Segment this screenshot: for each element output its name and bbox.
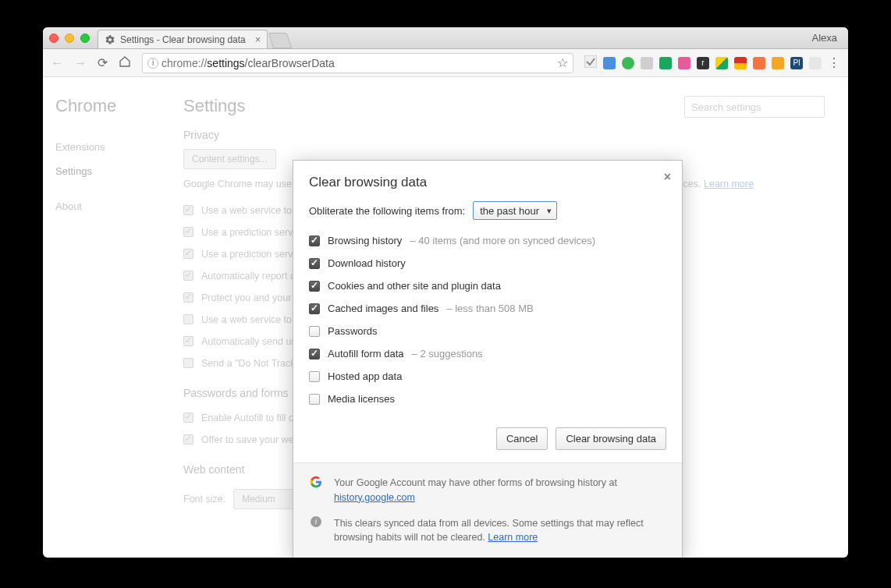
extension-icon[interactable]: [659, 57, 672, 69]
checkbox[interactable]: [309, 394, 320, 405]
tab-title: Settings - Clear browsing data: [120, 34, 246, 45]
extension-icon[interactable]: [772, 57, 784, 69]
learn-more-link[interactable]: Learn more: [704, 179, 754, 190]
dialog-footer: Your Google Account may have other forms…: [293, 462, 682, 558]
reload-button[interactable]: ⟳: [98, 57, 108, 69]
option-hint: – 40 items (and more on synced devices): [410, 235, 595, 246]
checkbox[interactable]: [183, 271, 193, 281]
browser-tab-active[interactable]: Settings - Clear browsing data ×: [98, 30, 268, 48]
bookmark-star-icon[interactable]: ☆: [557, 57, 568, 69]
extension-icon[interactable]: [622, 57, 634, 69]
checkbox[interactable]: [183, 434, 193, 445]
clear-data-option: Autofill form data – 2 suggestions: [309, 342, 666, 365]
home-button[interactable]: [119, 55, 131, 70]
clear-data-option: Cookies and other site and plugin data: [309, 275, 666, 297]
option-label: Autofill form data: [328, 348, 404, 360]
close-icon[interactable]: ×: [664, 170, 671, 184]
checkbox[interactable]: [183, 413, 193, 423]
sidebar-item-about[interactable]: About: [55, 194, 147, 218]
checkbox[interactable]: [309, 326, 320, 337]
dialog-actions: Cancel Clear browsing data: [293, 418, 682, 462]
cancel-button[interactable]: Cancel: [496, 427, 548, 450]
option-hint: – 2 suggestions: [412, 348, 483, 360]
option-hint: – less than 508 MB: [446, 303, 533, 314]
checkbox[interactable]: [183, 249, 193, 259]
extension-icon[interactable]: Pl: [790, 57, 803, 69]
close-window-button[interactable]: [49, 34, 59, 43]
extension-icon[interactable]: [584, 55, 597, 70]
clear-browsing-data-button[interactable]: Clear browsing data: [556, 427, 666, 450]
time-range-row: Obliterate the following items from: the…: [309, 201, 666, 220]
profile-name[interactable]: Alexa: [811, 32, 842, 44]
address-bar[interactable]: i chrome://settings/clearBrowserData ☆: [142, 53, 573, 73]
time-range-value: the past hour: [480, 205, 539, 217]
clear-data-option: Hosted app data: [309, 365, 666, 388]
info-icon: i: [309, 516, 323, 546]
dialog-title: Clear browsing data: [309, 175, 666, 190]
footer-row-account: Your Google Account may have other forms…: [309, 476, 666, 505]
extension-icon[interactable]: r: [697, 57, 709, 69]
extension-icon[interactable]: [715, 57, 728, 69]
extension-icon[interactable]: [809, 57, 822, 69]
checkbox[interactable]: [183, 358, 193, 368]
option-label: Passwords: [328, 325, 378, 337]
content-settings-button[interactable]: Content settings...: [183, 149, 276, 169]
clear-data-option: Browsing history – 40 items (and more on…: [309, 229, 666, 252]
tab-strip: Settings - Clear browsing data ×: [98, 27, 289, 48]
minimize-window-button[interactable]: [65, 34, 74, 43]
extension-icon[interactable]: [603, 57, 616, 69]
settings-sidebar: Chrome Extensions Settings About: [43, 77, 160, 558]
gear-icon: [105, 34, 115, 45]
footer-row-sync: i This clears synced data from all devic…: [309, 516, 666, 546]
checkbox[interactable]: [183, 314, 193, 324]
option-label: Hosted app data: [328, 370, 402, 382]
clear-data-option: Download history: [309, 252, 666, 275]
dialog-body: Obliterate the following items from: the…: [293, 198, 682, 418]
sidebar-item-extensions[interactable]: Extensions: [55, 135, 147, 159]
font-size-label: Font size:: [183, 494, 225, 505]
learn-more-link[interactable]: Learn more: [488, 532, 538, 543]
extension-icon[interactable]: [734, 57, 747, 69]
clear-data-option: Passwords: [309, 320, 666, 342]
time-range-select[interactable]: the past hour: [473, 201, 557, 220]
checkbox[interactable]: [183, 205, 193, 215]
checkbox[interactable]: [309, 281, 320, 292]
sidebar-item-settings[interactable]: Settings: [55, 159, 147, 183]
site-info-icon[interactable]: i: [147, 58, 158, 69]
checkbox[interactable]: [309, 236, 320, 246]
settings-search-input[interactable]: Search settings: [684, 96, 825, 118]
page-content: Chrome Extensions Settings About Setting…: [43, 77, 848, 558]
svg-rect-0: [584, 55, 597, 68]
maximize-window-button[interactable]: [80, 34, 90, 43]
footer-account-text: Your Google Account may have other forms…: [334, 476, 666, 505]
new-tab-button[interactable]: [268, 33, 292, 48]
checkbox[interactable]: [183, 336, 193, 346]
extension-icon[interactable]: [678, 57, 690, 69]
url-text: chrome://settings/clearBrowserData: [162, 57, 335, 69]
checkbox[interactable]: [309, 371, 320, 382]
toolbar: ← → ⟳ i chrome://settings/clearBrowserDa…: [43, 49, 848, 77]
checkbox[interactable]: [309, 258, 320, 269]
window-controls: [49, 34, 90, 43]
privacy-heading: Privacy: [183, 129, 825, 141]
dialog-header: Clear browsing data ×: [293, 161, 682, 198]
browser-window: Settings - Clear browsing data × Alexa ←…: [43, 27, 848, 558]
titlebar: Settings - Clear browsing data × Alexa: [43, 27, 848, 49]
back-button[interactable]: ←: [51, 57, 63, 69]
footer-sync-text: This clears synced data from all devices…: [334, 516, 666, 546]
checkbox[interactable]: [309, 303, 320, 314]
forward-button[interactable]: →: [74, 57, 87, 69]
option-label: Cached images and files: [328, 303, 438, 314]
chrome-brand: Chrome: [55, 96, 147, 116]
extension-icon[interactable]: [641, 57, 653, 69]
history-google-link[interactable]: history.google.com: [334, 492, 415, 503]
checkbox[interactable]: [183, 292, 193, 303]
option-label: Cookies and other site and plugin data: [328, 280, 501, 292]
checkbox[interactable]: [183, 227, 193, 237]
checkbox[interactable]: [309, 349, 320, 360]
obliterate-label: Obliterate the following items from:: [309, 205, 465, 217]
chrome-menu-button[interactable]: ⋮: [828, 57, 840, 69]
google-logo-icon: [309, 476, 323, 505]
close-tab-icon[interactable]: ×: [255, 34, 261, 45]
extension-icon[interactable]: [753, 57, 765, 69]
